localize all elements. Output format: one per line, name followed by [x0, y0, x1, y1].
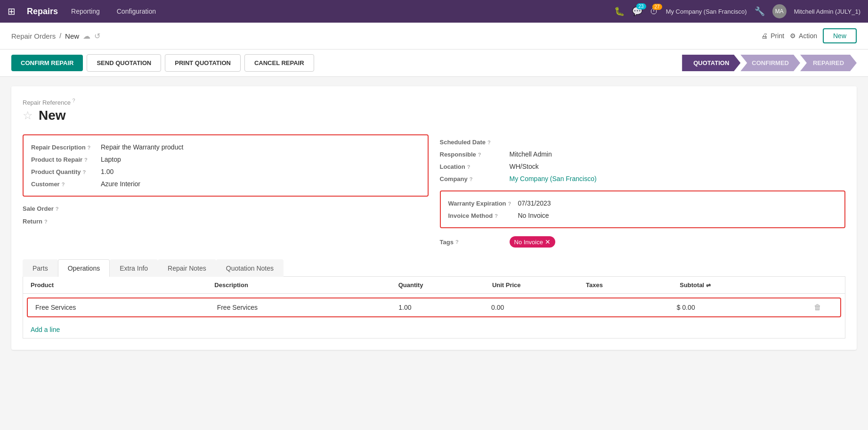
product-repair-help[interactable]: ?: [84, 157, 88, 163]
activity-badge: 27: [652, 4, 662, 10]
return-label: Return ?: [23, 218, 89, 225]
invoice-method-help[interactable]: ?: [495, 213, 498, 219]
product-quantity-label: Product Quantity ?: [31, 168, 97, 175]
field-product-to-repair: Product to Repair ? Laptop: [31, 153, 420, 165]
nav-reporting[interactable]: Reporting: [67, 6, 104, 17]
scheduled-date-label: Scheduled Date ?: [440, 139, 506, 146]
tab-parts[interactable]: Parts: [23, 259, 58, 277]
field-tags: Tags ? No Invoice ✕: [440, 234, 846, 250]
refresh-icon[interactable]: ↺: [94, 32, 100, 41]
col-quantity: Quantity: [398, 281, 488, 289]
form-section-left: Repair Description ? Repair the Warranty…: [23, 134, 429, 250]
pipeline-step-repaired[interactable]: REPAIRED: [800, 55, 857, 71]
customer-help[interactable]: ?: [62, 182, 65, 187]
print-button[interactable]: 🖨 Print: [761, 32, 784, 40]
customer-value[interactable]: Azure Interior: [101, 180, 420, 188]
repair-reference-label: Repair Reference ?: [23, 98, 845, 106]
field-sale-order: Sale Order ?: [23, 202, 429, 215]
tag-no-invoice: No Invoice ✕: [510, 236, 555, 248]
right-bordered-group: Warranty Expiration ? 07/31/2023 Invoice…: [440, 190, 846, 228]
activity-icon-btn[interactable]: ⏱ 27: [650, 7, 658, 17]
repair-desc-help[interactable]: ?: [88, 145, 91, 150]
pipeline-step-confirmed[interactable]: CONFIRMED: [740, 55, 800, 71]
repair-description-value[interactable]: Repair the Warranty product: [101, 143, 420, 151]
add-line-button[interactable]: Add a line: [23, 321, 67, 338]
bug-icon-btn[interactable]: 🐛: [614, 6, 625, 17]
col-description: Description: [214, 281, 394, 289]
gear-icon: ⚙: [790, 32, 796, 40]
favorite-star-icon[interactable]: ☆: [23, 109, 33, 122]
save-cloud-icon[interactable]: ☁: [83, 32, 90, 41]
tab-operations[interactable]: Operations: [58, 259, 110, 277]
col-unit-price: Unit Price: [492, 281, 582, 289]
repair-name: New: [39, 108, 66, 123]
responsible-label: Responsible ?: [440, 151, 506, 158]
scheduled-date-help[interactable]: ?: [487, 140, 491, 145]
tab-repair-notes[interactable]: Repair Notes: [158, 259, 216, 277]
product-to-repair-value[interactable]: Laptop: [101, 156, 420, 163]
wrench-icon[interactable]: 🔧: [754, 6, 765, 17]
responsible-value[interactable]: Mitchell Admin: [510, 150, 846, 158]
location-label: Location ?: [440, 163, 506, 170]
cell-product[interactable]: Free Services: [35, 304, 213, 311]
responsible-help[interactable]: ?: [478, 152, 481, 157]
col-taxes: Taxes: [586, 281, 676, 289]
pipeline-step-quotation[interactable]: QUOTATION: [682, 55, 740, 71]
breadcrumb-parent[interactable]: Repair Orders: [11, 32, 56, 40]
field-company: Company ? My Company (San Francisco): [440, 173, 846, 185]
location-help[interactable]: ?: [467, 164, 471, 170]
tabs: Parts Operations Extra Info Repair Notes…: [23, 259, 845, 277]
print-icon: 🖨: [761, 32, 768, 40]
return-help[interactable]: ?: [44, 219, 48, 224]
delete-row-icon[interactable]: 🗑: [814, 303, 821, 311]
table-header: Product Description Quantity Unit Price …: [23, 277, 845, 294]
field-responsible: Responsible ? Mitchell Admin: [440, 148, 846, 160]
warranty-expiration-value[interactable]: 07/31/2023: [518, 199, 837, 207]
table-row-wrapper: Free Services Free Services 1.00 0.00 $ …: [27, 298, 841, 317]
cancel-repair-button[interactable]: CANCEL REPAIR: [244, 54, 314, 72]
avatar[interactable]: MA: [772, 4, 787, 18]
new-button[interactable]: New: [823, 28, 857, 43]
subtotal-transfer-icon[interactable]: ⇌: [706, 282, 711, 289]
tags-help[interactable]: ?: [455, 239, 459, 245]
sale-order-help[interactable]: ?: [56, 206, 59, 212]
print-quotation-button[interactable]: PRINT QUOTATION: [165, 54, 241, 72]
tab-extra-info[interactable]: Extra Info: [110, 259, 158, 277]
action-button[interactable]: ⚙ Action: [790, 32, 817, 40]
send-quotation-button[interactable]: SEND QUOTATION: [87, 54, 161, 72]
invoice-method-label: Invoice Method ?: [448, 212, 514, 219]
field-product-quantity: Product Quantity ? 1.00: [31, 165, 420, 178]
form-card: Repair Reference ? ☆ New Repair Descript…: [11, 86, 857, 350]
location-value[interactable]: WH/Stock: [510, 163, 846, 170]
nav-menu: Reporting Configuration: [67, 6, 605, 17]
cell-unit-price[interactable]: 0.00: [491, 304, 580, 311]
navbar-right: 🐛 💬 23 ⏱ 27 My Company (San Francisco) 🔧…: [614, 4, 860, 18]
invoice-method-value[interactable]: No Invoice: [518, 212, 837, 219]
field-location: Location ? WH/Stock: [440, 160, 846, 173]
confirm-repair-button[interactable]: CONFIRM REPAIR: [11, 55, 83, 71]
field-scheduled-date: Scheduled Date ?: [440, 136, 846, 148]
status-pipeline: QUOTATION CONFIRMED REPAIRED: [682, 55, 857, 71]
company-label: Company ?: [440, 175, 506, 182]
warranty-expiration-label: Warranty Expiration ?: [448, 200, 514, 207]
chat-icon-btn[interactable]: 💬 23: [632, 6, 642, 17]
form-grid: Repair Description ? Repair the Warranty…: [23, 134, 845, 250]
grid-icon[interactable]: ⊞: [8, 6, 16, 17]
action-bar: CONFIRM REPAIR SEND QUOTATION PRINT QUOT…: [0, 50, 868, 77]
reference-help-icon[interactable]: ?: [73, 98, 75, 103]
cell-description[interactable]: Free Services: [217, 304, 395, 311]
field-repair-description: Repair Description ? Repair the Warranty…: [31, 141, 420, 153]
cell-quantity[interactable]: 1.00: [398, 304, 487, 311]
chat-badge: 23: [636, 3, 646, 9]
company-value[interactable]: My Company (San Francisco): [510, 175, 846, 182]
col-subtotal: Subtotal ⇌: [680, 281, 815, 289]
sale-order-label: Sale Order ?: [23, 205, 89, 212]
company-help[interactable]: ?: [470, 176, 473, 182]
product-qty-help[interactable]: ?: [82, 169, 86, 175]
cell-delete: 🗑: [814, 303, 833, 312]
warranty-help[interactable]: ?: [508, 201, 511, 207]
tab-quotation-notes[interactable]: Quotation Notes: [216, 259, 284, 277]
product-quantity-value[interactable]: 1.00: [101, 168, 420, 175]
tag-remove-icon[interactable]: ✕: [545, 238, 551, 246]
nav-configuration[interactable]: Configuration: [113, 6, 160, 17]
